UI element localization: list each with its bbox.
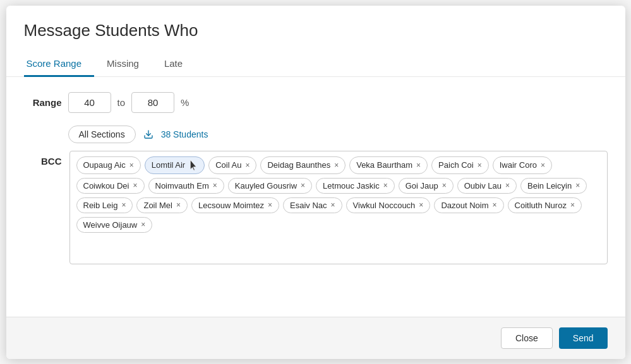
bcc-label: BCC (24, 151, 62, 167)
tag-name: Esaiv Nac (290, 201, 327, 210)
range-to-label: to (117, 97, 126, 108)
tag-remove-button[interactable]: × (268, 201, 272, 209)
bcc-tags-container: Oupaug Aic×Lomtil AirCoil Au×Deidag Baun… (69, 151, 608, 264)
tag-remove-button[interactable]: × (213, 182, 217, 189)
tag-name: Goi Jaup (406, 181, 438, 191)
close-button[interactable]: Close (501, 327, 553, 349)
bcc-tag: Iwair Coro× (493, 156, 552, 174)
bcc-tag: Veka Baurtham× (349, 156, 428, 174)
tag-remove-button[interactable]: × (121, 201, 126, 209)
modal-body: Range to % All Sections 38 Students BCC … (6, 77, 625, 317)
tag-name: Letmouc Jaskic (323, 181, 380, 191)
range-from-input[interactable] (68, 92, 111, 113)
range-to-input[interactable] (131, 92, 174, 113)
bcc-tag: Zoil Mel× (136, 197, 188, 213)
tag-name: Weivve Oijauw (83, 220, 138, 230)
cursor-icon (189, 160, 198, 171)
bcc-row: BCC Oupaug Aic×Lomtil AirCoil Au×Deidag … (24, 151, 608, 264)
tag-name: Zoil Mel (143, 201, 172, 210)
tag-remove-button[interactable]: × (570, 201, 575, 209)
tag-name: Coiwkou Dei (83, 181, 129, 191)
bcc-tag: Esaiv Nac× (283, 197, 342, 213)
tag-remove-button[interactable]: × (493, 201, 497, 209)
bcc-tag: Bein Leicyin× (520, 178, 587, 194)
tag-remove-button[interactable]: × (331, 201, 335, 209)
tag-remove-button[interactable]: × (505, 182, 510, 189)
bcc-tag: Noimvauth Em× (148, 178, 224, 194)
tag-name: Viwkul Noccouch (353, 201, 416, 210)
range-pct-label: % (181, 97, 189, 108)
bcc-tag: Oubiv Lau× (457, 178, 517, 194)
bcc-tag: Viwkul Noccouch× (346, 197, 431, 213)
bcc-tag: Oupaug Aic× (76, 156, 141, 174)
tag-name: Iwair Coro (500, 160, 537, 170)
bcc-tag: Deidag Baunthes× (260, 156, 346, 174)
message-students-modal: Message Students Who Score RangeMissingL… (6, 6, 625, 359)
tag-remove-button[interactable]: × (575, 182, 580, 189)
tag-name: Kauyled Gousriw (235, 181, 297, 191)
bcc-tag: Coil Au× (208, 156, 256, 174)
modal-footer: Close Send (6, 317, 625, 359)
tag-name: Veka Baurtham (356, 160, 412, 170)
tag-remove-button[interactable]: × (442, 182, 447, 189)
tag-remove-button[interactable]: × (478, 161, 482, 169)
bcc-tag: Goi Jaup× (399, 178, 454, 194)
tag-name: Bein Leicyin (527, 181, 572, 191)
tag-remove-button[interactable]: × (419, 201, 423, 209)
bcc-tag: Coiwkou Dei× (76, 178, 145, 194)
modal-header: Message Students Who Score RangeMissingL… (6, 6, 625, 77)
tag-name: Lomtil Air (152, 160, 185, 170)
modal-title: Message Students Who (24, 21, 608, 40)
tag-name: Oubiv Lau (464, 181, 502, 191)
tag-remove-button[interactable]: × (383, 182, 388, 189)
tag-remove-button[interactable]: × (334, 161, 339, 169)
tag-remove-button[interactable]: × (141, 221, 145, 228)
range-row: Range to % (24, 92, 608, 113)
bcc-tag: Reib Leig× (76, 197, 133, 213)
bcc-tag: Coitluth Nuroz× (508, 197, 582, 213)
download-icon[interactable] (143, 129, 153, 139)
tag-name: Coil Au (215, 160, 241, 170)
tag-remove-button[interactable]: × (541, 161, 545, 169)
range-label: Range (24, 97, 62, 108)
tag-remove-button[interactable]: × (176, 201, 181, 209)
tag-name: Paich Coi (438, 160, 474, 170)
sections-row: All Sections 38 Students (68, 126, 608, 143)
bcc-tag: Letmouc Jaskic× (316, 178, 395, 194)
tag-remove-button[interactable]: × (133, 182, 137, 189)
bcc-tag: Dazout Noim× (434, 197, 503, 213)
bcc-tag: Lecsouw Moimtez× (191, 197, 279, 213)
send-button[interactable]: Send (559, 327, 608, 349)
bcc-tag: Weivve Oijauw× (76, 217, 153, 233)
tab-late[interactable]: Late (162, 52, 195, 77)
bcc-tag: Lomtil Air (145, 156, 205, 174)
tag-name: Coitluth Nuroz (515, 201, 567, 210)
all-sections-button[interactable]: All Sections (68, 126, 136, 143)
tag-name: Oupaug Aic (83, 160, 126, 170)
bcc-tag: Kauyled Gousriw× (228, 178, 312, 194)
tag-name: Reib Leig (83, 201, 118, 210)
tag-remove-button[interactable]: × (416, 161, 421, 169)
tag-name: Dazout Noim (441, 201, 488, 210)
students-count-link[interactable]: 38 Students (161, 129, 208, 139)
bcc-tag: Paich Coi× (431, 156, 489, 174)
tab-missing[interactable]: Missing (104, 52, 152, 77)
tab-bar: Score RangeMissingLate (24, 52, 608, 76)
tag-name: Deidag Baunthes (267, 160, 330, 170)
tag-remove-button[interactable]: × (301, 182, 305, 189)
tab-score-range[interactable]: Score Range (24, 52, 95, 77)
tag-name: Noimvauth Em (155, 181, 209, 191)
tag-remove-button[interactable]: × (129, 161, 134, 169)
tag-name: Lecsouw Moimtez (198, 201, 264, 210)
tag-remove-button[interactable]: × (245, 161, 249, 169)
